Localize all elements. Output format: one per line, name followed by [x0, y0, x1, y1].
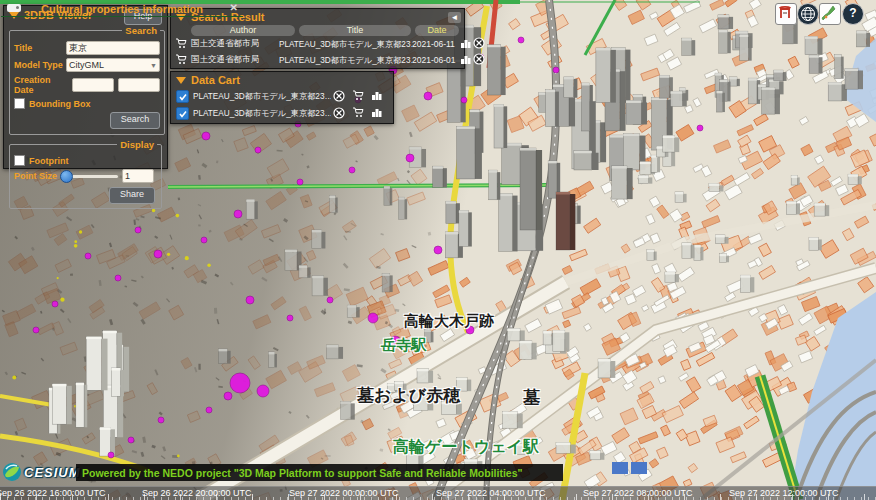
search-result-column-headers: Author Title Date: [171, 25, 464, 36]
title-row: Title: [14, 41, 160, 55]
cart-icon[interactable]: [175, 54, 191, 67]
cesium-wordmark: CESIUM: [24, 465, 81, 480]
search-result-row[interactable]: 国土交通省都市局 PLATEAU_3D都市モデル_東京都23… 2021-06-…: [171, 52, 464, 68]
title-input[interactable]: [66, 41, 160, 55]
data-cart-title: Data Cart: [191, 74, 240, 86]
building-model-icon[interactable]: [371, 90, 382, 103]
building-model-icon[interactable]: [460, 54, 471, 67]
close-icon[interactable]: ✕: [230, 2, 238, 13]
map-label-sengakuji-station: 岳寺駅: [381, 336, 426, 355]
viewer-panel: 3DDB Viewer Help Search Title Model Type…: [3, 5, 168, 169]
search-result-panel: Search Result ◄ Author Title Date 国土交通省都…: [170, 8, 465, 69]
panel-collapse-icon[interactable]: ◄: [448, 12, 461, 23]
data-cart-item[interactable]: PLATEAU_3D都市モデル_東京都23…: [171, 88, 393, 105]
info-panel-title: Cultural properties information: [41, 3, 203, 15]
search-fieldset: Search Title Model Type CityGML ▼ Creati…: [9, 25, 165, 135]
map-label-takanawa-okido: 高輪大木戸跡: [404, 312, 494, 331]
search-button[interactable]: Search: [110, 112, 160, 129]
creation-date-to-input[interactable]: [118, 78, 160, 92]
creation-date-label: Creation Date: [14, 75, 72, 95]
result-author: 国土交通省都市局: [191, 54, 279, 66]
bounding-box-label: Bounding Box: [29, 99, 91, 109]
creation-date-from-input[interactable]: [72, 78, 114, 92]
map-label-graves: 墓および赤穂: [357, 384, 460, 407]
point-size-slider[interactable]: [62, 175, 118, 178]
globe-projection-icon[interactable]: [797, 3, 819, 25]
display-legend: Display: [117, 139, 157, 150]
point-size-input[interactable]: [122, 169, 154, 183]
nedo-credit-text: Powered by the NEDO project "3D Map Plat…: [76, 467, 523, 479]
building-model-icon[interactable]: [460, 38, 471, 51]
result-author: 国土交通省都市局: [191, 38, 279, 50]
slider-handle[interactable]: [60, 170, 73, 183]
author-column-header[interactable]: Author: [191, 25, 295, 36]
point-size-row: Point Size: [14, 169, 157, 183]
basemap-japan-icon[interactable]: [819, 3, 841, 25]
collapse-triangle-icon[interactable]: [176, 77, 186, 84]
nedo-credit-bar: Powered by the NEDO project "3D Map Plat…: [76, 464, 563, 481]
title-column-header[interactable]: Title: [299, 25, 411, 36]
info-panel-header: Cultural properties information ✕: [1, 1, 243, 17]
bounding-box-checkbox[interactable]: [14, 98, 25, 109]
zoom-to-icon[interactable]: [473, 53, 485, 67]
data-cart-item[interactable]: PLATEAU_3D都市モデル_東京都23…: [171, 105, 393, 122]
point-size-label: Point Size: [14, 171, 58, 181]
bounding-box-row: Bounding Box: [14, 98, 160, 109]
creation-date-row: Creation Date: [14, 75, 160, 95]
cart-icon[interactable]: [352, 107, 364, 120]
share-button[interactable]: Share: [109, 187, 155, 204]
map-label-takanawa-gateway-station: 高輪ゲートウェイ駅: [393, 437, 539, 458]
item-label: PLATEAU_3D都市モデル_東京都23…: [193, 91, 331, 102]
search-legend: Search: [122, 25, 160, 36]
data-cart-panel: Data Cart PLATEAU_3D都市モデル_東京都23… PLATEAU…: [170, 71, 394, 124]
model-type-label: Model Type: [14, 60, 66, 70]
cesium-logo[interactable]: CESIUM: [2, 461, 81, 483]
zoom-to-icon[interactable]: [333, 107, 345, 121]
item-checkbox[interactable]: [176, 107, 189, 120]
search-result-row[interactable]: 国土交通省都市局 PLATEAU_3D都市モデル_東京都23… 2021-06-…: [171, 36, 464, 52]
chevron-down-icon: ▼: [150, 62, 157, 69]
model-type-value: CityGML: [69, 60, 104, 70]
model-type-select[interactable]: CityGML ▼: [66, 58, 160, 72]
timeline-ticks-texture: [0, 494, 876, 500]
result-date: 2021-06-01: [412, 55, 458, 65]
cesium-globe-icon: [2, 462, 22, 482]
footprint-label: Footprint: [29, 156, 69, 166]
timeline-bar[interactable]: Sep 26 2022 16:00:00 UTC Sep 26 2022 20:…: [0, 486, 876, 500]
map-label-grave: 墓: [523, 386, 540, 409]
title-label: Title: [14, 43, 66, 53]
result-title: PLATEAU_3D都市モデル_東京都23…: [279, 55, 412, 66]
footprint-row: Footprint: [14, 155, 157, 166]
display-fieldset: Display Footprint Point Size Share: [9, 139, 162, 209]
map-viewer-screen: 高輪大木戸跡 岳寺駅 墓および赤穂 墓 高輪ゲートウェイ駅 3DDB Viewe…: [0, 0, 876, 500]
result-date: 2021-06-11: [412, 39, 458, 49]
camera-icon[interactable]: [7, 4, 21, 12]
zoom-to-icon[interactable]: [473, 37, 485, 51]
zoom-to-icon[interactable]: [333, 90, 345, 104]
data-cart-header: Data Cart: [171, 72, 393, 88]
help-icon[interactable]: ?: [842, 3, 864, 25]
item-checkbox[interactable]: [176, 90, 189, 103]
model-type-row: Model Type CityGML ▼: [14, 58, 160, 72]
cart-icon[interactable]: [352, 90, 364, 103]
date-column-header[interactable]: Date: [415, 25, 459, 36]
footprint-checkbox[interactable]: [14, 155, 25, 166]
photo-landmark-icon[interactable]: [775, 3, 797, 25]
building-model-icon[interactable]: [371, 107, 382, 120]
item-label: PLATEAU_3D都市モデル_東京都23…: [193, 108, 331, 119]
result-title: PLATEAU_3D都市モデル_東京都23…: [279, 39, 412, 50]
cart-icon[interactable]: [175, 38, 191, 51]
